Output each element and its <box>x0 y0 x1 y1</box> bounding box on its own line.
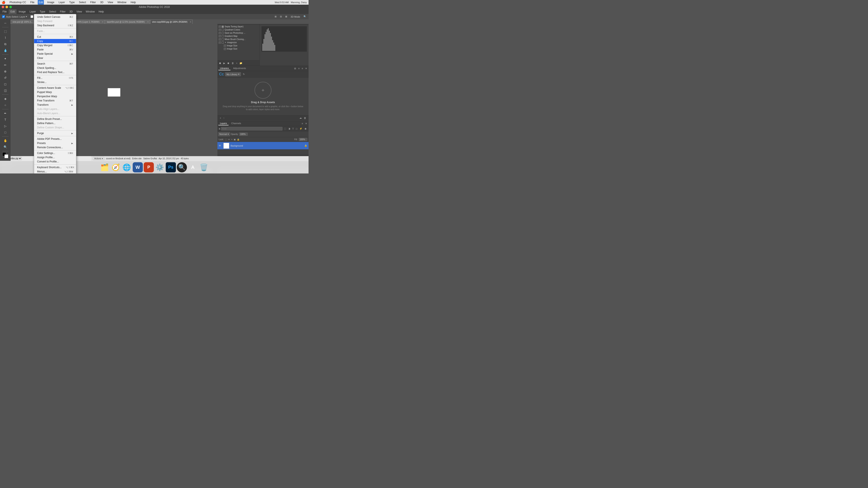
menu-undo-select-canvas[interactable]: Undo Select Canvas ⌘Z <box>34 15 76 19</box>
play-action-icon[interactable]: ▶ <box>223 62 226 65</box>
menu-search[interactable]: Search ⌘F <box>34 62 76 66</box>
delete-library-icon[interactable]: 🗑 <box>303 117 307 120</box>
menu-check-spelling[interactable]: Check Spelling... <box>34 66 76 70</box>
menubar-layer[interactable]: Layer <box>58 0 66 5</box>
lasso-tool-icon[interactable]: ⌇ <box>2 35 8 41</box>
close-tab-icon[interactable]: ✕ <box>102 21 103 23</box>
dock-safari[interactable]: 🧭 <box>111 162 121 172</box>
blend-mode-dropdown[interactable]: Normal ▾ <box>218 132 230 136</box>
dodge-tool-icon[interactable]: ○ <box>2 102 8 108</box>
lock-transparent-icon[interactable]: ⬚ <box>225 138 227 141</box>
menu-clear[interactable]: Clear <box>34 56 76 60</box>
menu-adobe-pdf-presets[interactable]: Adobe PDF Presets... <box>34 137 76 141</box>
menubar-3d[interactable]: 3D <box>99 0 104 5</box>
action-group-item[interactable]: ✓ ▼ imagesize <box>218 41 259 44</box>
filter-type-icon[interactable]: T <box>292 127 294 130</box>
ps-menu-window[interactable]: Window <box>84 9 97 14</box>
dock-appstore[interactable]: A <box>188 162 198 172</box>
dock-trash[interactable]: 🗑️ <box>199 162 209 172</box>
panel-close-icon[interactable]: ✕ <box>305 122 308 125</box>
close-tab-icon[interactable]: ✕ <box>147 21 149 23</box>
menu-define-pattern[interactable]: Define Pattern... <box>34 121 76 125</box>
doc-tab-laserfilm[interactable]: laserfilm.psd @ 12.5% (sound, RGB/8#) ✕ <box>105 20 150 24</box>
menubar-view[interactable]: View <box>107 0 114 5</box>
foreground-background-colors[interactable] <box>2 152 8 158</box>
dock-system-preferences[interactable]: ⚙️ <box>155 162 165 172</box>
ps-menu-help[interactable]: Help <box>97 9 105 14</box>
menu-step-backward[interactable]: Step Backward ⇧⌘Z <box>34 23 76 28</box>
menu-free-transform[interactable]: Free Transform ⌘T <box>34 98 76 103</box>
fill-input[interactable] <box>299 138 307 141</box>
action-item[interactable]: ✓ Gradient Map <box>218 35 259 38</box>
menubar-window[interactable]: Window <box>117 0 127 5</box>
new-set-icon[interactable]: 📁 <box>239 62 243 65</box>
eraser-tool-icon[interactable]: ◻ <box>2 81 8 87</box>
menubar-help[interactable]: Help <box>130 0 137 5</box>
panel-menu-icon[interactable]: ≡ <box>301 122 304 125</box>
menu-cut[interactable]: Cut ⌘X <box>34 35 76 39</box>
action-item[interactable]: ✓ Mixer Brush Cloning... <box>218 38 259 41</box>
filter-adjustment-icon[interactable]: ◑ <box>287 127 291 130</box>
panel-menu-icon[interactable]: ≡ <box>301 67 304 70</box>
dock-photoshop[interactable]: Ps <box>166 162 176 172</box>
action-item[interactable]: ✓ Quadrant Colors <box>218 28 259 31</box>
ps-menu-type[interactable]: Type <box>38 9 47 14</box>
tab-adjustments[interactable]: Adjustments <box>231 66 248 70</box>
menu-find-replace[interactable]: Find and Replace Text... <box>34 70 76 74</box>
menu-assign-profile[interactable]: Assign Profile... <box>34 155 76 160</box>
minimize-button[interactable] <box>5 6 8 8</box>
history-brush-icon[interactable]: ↺ <box>2 75 8 81</box>
menu-transform[interactable]: Transform ▶ <box>34 103 76 107</box>
menu-color-settings[interactable]: Color Settings... ⇧⌘K <box>34 151 76 155</box>
move-tool-icon[interactable]: ↔ <box>2 20 8 26</box>
record-action-icon[interactable]: ⏺ <box>226 62 230 65</box>
upload-library-icon[interactable]: ↑ <box>222 117 225 120</box>
menubar-select[interactable]: Select <box>78 0 87 5</box>
dock-quicksearch[interactable]: 🔍 <box>177 162 187 172</box>
lock-position-icon[interactable]: + <box>231 138 232 141</box>
menubar-type[interactable]: Type <box>68 0 75 5</box>
menubar-edit[interactable]: Edit <box>38 0 44 5</box>
dock-finder[interactable]: 🗂️ <box>100 162 110 172</box>
eyedropper-tool-icon[interactable]: 💧 <box>2 47 8 53</box>
actions-dropdown[interactable]: Actions ▾ <box>93 157 104 160</box>
ps-menu-edit[interactable]: Edit <box>9 9 17 14</box>
pen-tool-icon[interactable]: ✒ <box>2 110 8 116</box>
layers-search-input[interactable] <box>221 127 282 130</box>
menu-content-aware-scale[interactable]: Content-Aware Scale ⌥⇧⌘C <box>34 86 76 90</box>
shape-tool-icon[interactable]: □ <box>2 129 8 135</box>
menubar-filter[interactable]: Filter <box>89 0 97 5</box>
layer-visibility-icon[interactable]: 👁 <box>219 144 222 147</box>
list-view-icon[interactable]: ≡ <box>298 67 300 70</box>
dock-word[interactable]: W <box>133 162 143 172</box>
auto-select-checkbox[interactable]: Auto-Select: Layer ▾ <box>1 15 28 19</box>
tab-libraries[interactable]: Libraries <box>218 66 230 70</box>
menu-menus[interactable]: Menus... ⌥⇧⌘M <box>34 169 76 173</box>
menu-remote-connections[interactable]: Remote Connections... <box>34 145 76 150</box>
panel-close-icon[interactable]: ✕ <box>305 67 308 70</box>
menu-define-brush[interactable]: Define Brush Preset... <box>34 117 76 121</box>
filter-shape-icon[interactable]: □ <box>295 127 298 130</box>
blur-tool-icon[interactable]: ◈ <box>2 96 8 102</box>
brush-tool-icon[interactable]: ✏ <box>2 62 8 68</box>
ps-menu-view[interactable]: View <box>75 9 84 14</box>
menubar-file[interactable]: File <box>29 0 35 5</box>
new-action-icon[interactable]: + <box>236 62 238 65</box>
sync-icon[interactable]: ↻ <box>242 73 245 76</box>
action-item[interactable]: ✓ Image Size <box>218 44 259 47</box>
menu-puppet-warp[interactable]: Puppet Warp <box>34 90 76 94</box>
menubar-app-name[interactable]: Photoshop CC <box>9 0 27 5</box>
menu-presets[interactable]: Presets ▶ <box>34 141 76 145</box>
menu-copy[interactable]: Copy ⌘C <box>34 39 76 43</box>
zoom-tool-icon[interactable]: 🔍 <box>2 144 8 150</box>
menubar-image[interactable]: Image <box>46 0 55 5</box>
align-left-icon[interactable]: ⊞ <box>273 15 278 19</box>
menu-stroke[interactable]: Stroke... <box>34 80 76 84</box>
gradient-tool-icon[interactable]: ◫ <box>2 88 8 93</box>
ps-menu-filter[interactable]: Filter <box>58 9 67 14</box>
lock-all-icon[interactable]: 🔒 <box>237 138 240 141</box>
crop-tool-icon[interactable]: ⧉ <box>2 41 8 47</box>
lock-brush-icon[interactable]: ✏ <box>228 138 230 141</box>
ps-menu-file[interactable]: File <box>1 9 8 14</box>
library-sync-icon[interactable]: ☁ <box>299 116 302 120</box>
